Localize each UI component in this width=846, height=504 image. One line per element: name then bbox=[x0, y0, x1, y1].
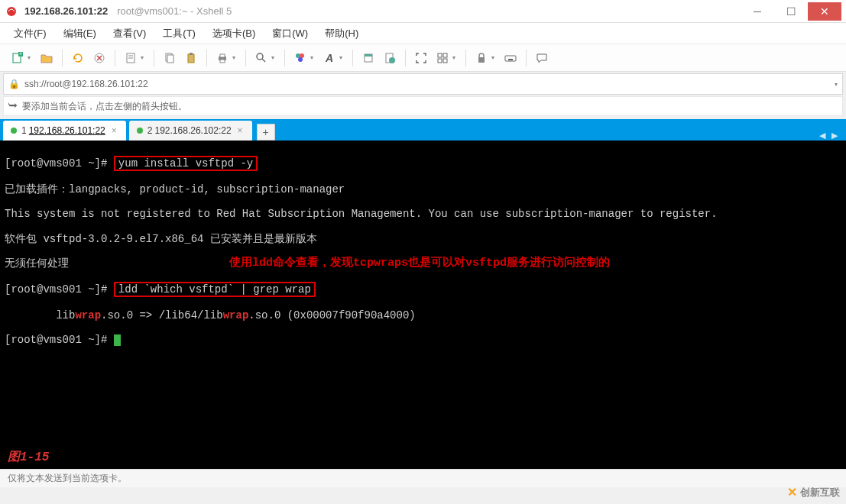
paste-icon[interactable] bbox=[181, 48, 201, 68]
menu-edit[interactable]: 编辑(E) bbox=[60, 25, 99, 42]
terminal[interactable]: [root@vms001 ~]# yum install vsftpd -y 已… bbox=[0, 141, 846, 469]
add-tab-button[interactable]: + bbox=[257, 124, 275, 141]
help-chat-icon[interactable] bbox=[532, 48, 552, 68]
new-session-icon[interactable]: + bbox=[8, 48, 28, 68]
separator bbox=[206, 50, 207, 66]
tab-close-icon[interactable]: × bbox=[238, 125, 243, 136]
find-icon[interactable] bbox=[251, 48, 271, 68]
separator bbox=[465, 50, 466, 66]
svg-rect-28 bbox=[478, 57, 485, 63]
tip-text: 要添加当前会话，点击左侧的箭头按钮。 bbox=[22, 100, 187, 113]
copy-icon[interactable] bbox=[160, 48, 180, 68]
terminal-line: libwrap.so.0 => /lib64/libwrap.so.0 (0x0… bbox=[5, 309, 841, 321]
arrow-icon[interactable]: ⮩ bbox=[8, 101, 18, 111]
fullscreen-icon[interactable] bbox=[411, 48, 431, 68]
dropdown-icon[interactable]: ▾ bbox=[271, 54, 279, 61]
menu-tools[interactable]: 工具(T) bbox=[160, 25, 199, 42]
status-text: 仅将文本发送到当前选项卡。 bbox=[8, 472, 127, 485]
dropdown-icon[interactable]: ▾ bbox=[835, 81, 838, 88]
color-icon[interactable] bbox=[290, 48, 310, 68]
tile-icon[interactable] bbox=[433, 48, 452, 68]
terminal-line: [root@vms001 ~]# ldd `which vsftpd` | gr… bbox=[5, 282, 841, 297]
session-tab-2[interactable]: 2 192.168.26.102:22 × bbox=[129, 121, 252, 141]
lock-small-icon: 🔒 bbox=[8, 79, 20, 89]
reconnect-icon[interactable] bbox=[68, 48, 88, 68]
tab-number: 2 bbox=[147, 125, 153, 136]
svg-rect-24 bbox=[438, 53, 442, 57]
maximize-button[interactable]: ☐ bbox=[774, 2, 808, 21]
properties-icon[interactable] bbox=[121, 48, 141, 68]
svg-rect-26 bbox=[438, 59, 442, 63]
tab-bar: 1 192.168.26.101:22 × 2 192.168.26.102:2… bbox=[0, 119, 846, 141]
menu-file[interactable]: 文件(F) bbox=[11, 25, 50, 42]
tab-label: 192.168.26.102:22 bbox=[155, 125, 232, 136]
svg-rect-11 bbox=[190, 53, 193, 55]
tab-close-icon[interactable]: × bbox=[112, 125, 117, 136]
match-highlight: wrap bbox=[75, 309, 101, 321]
lock-icon[interactable] bbox=[472, 48, 491, 68]
prompt: [root@vms001 ~]# bbox=[5, 283, 114, 296]
svg-line-16 bbox=[262, 59, 265, 62]
terminal-line: [root@vms001 ~]# yum install vsftpd -y bbox=[5, 156, 841, 171]
terminal-line: [root@vms001 ~]# bbox=[5, 334, 841, 346]
status-dot-icon bbox=[11, 128, 17, 134]
menubar: 文件(F) 编辑(E) 查看(V) 工具(T) 选项卡(B) 窗口(W) 帮助(… bbox=[0, 23, 846, 44]
svg-point-23 bbox=[389, 57, 395, 63]
tab-prev-icon[interactable]: ◀ bbox=[817, 131, 828, 141]
keyboard-icon[interactable] bbox=[501, 48, 520, 68]
svg-rect-25 bbox=[443, 53, 447, 57]
menu-window[interactable]: 窗口(W) bbox=[269, 25, 311, 42]
separator bbox=[284, 50, 285, 66]
open-folder-icon[interactable] bbox=[37, 48, 57, 68]
svg-point-19 bbox=[298, 57, 303, 62]
close-button[interactable]: ✕ bbox=[808, 2, 841, 21]
cursor bbox=[114, 334, 121, 346]
menu-help[interactable]: 帮助(H) bbox=[322, 25, 361, 42]
dropdown-icon[interactable]: ▾ bbox=[310, 54, 318, 61]
dropdown-icon[interactable]: ▾ bbox=[452, 54, 460, 61]
dropdown-icon[interactable]: ▾ bbox=[141, 54, 148, 61]
script-icon[interactable] bbox=[358, 48, 378, 68]
font-icon[interactable]: A bbox=[319, 48, 339, 68]
svg-text:+: + bbox=[19, 52, 22, 57]
tab-number: 1 bbox=[21, 125, 27, 136]
dropdown-icon[interactable]: ▾ bbox=[232, 54, 240, 61]
menu-tabs[interactable]: 选项卡(B) bbox=[209, 25, 258, 42]
toolbar: + ▾ ▾ ▾ ▾ ▾ A ▾ ▾ ▾ bbox=[0, 44, 846, 72]
tab-next-icon[interactable]: ▶ bbox=[829, 131, 840, 141]
prompt: [root@vms001 ~]# bbox=[5, 157, 114, 170]
dropdown-icon[interactable]: ▾ bbox=[28, 54, 35, 61]
dropdown-icon[interactable]: ▾ bbox=[491, 54, 499, 61]
svg-rect-21 bbox=[365, 54, 372, 57]
highlighted-command: yum install vsftpd -y bbox=[114, 156, 258, 171]
svg-rect-9 bbox=[167, 55, 173, 63]
tip-bar: ⮩ 要添加当前会话，点击左侧的箭头按钮。 bbox=[3, 96, 843, 116]
title-ip: 192.168.26.101:22 bbox=[24, 5, 108, 17]
svg-rect-13 bbox=[220, 54, 225, 57]
prompt: [root@vms001 ~]# bbox=[5, 334, 114, 346]
title-subtext: root@vms001:~ - Xshell 5 bbox=[117, 5, 232, 17]
menu-view[interactable]: 查看(V) bbox=[110, 25, 149, 42]
disconnect-icon[interactable] bbox=[89, 48, 109, 68]
session-tab-1[interactable]: 1 192.168.26.101:22 × bbox=[3, 121, 126, 141]
address-text: ssh://root@192.168.26.101:22 bbox=[24, 79, 148, 89]
svg-rect-14 bbox=[220, 60, 225, 63]
separator bbox=[62, 50, 63, 66]
minimize-button[interactable]: ─ bbox=[741, 2, 774, 21]
log-icon[interactable] bbox=[380, 48, 400, 68]
dropdown-icon[interactable]: ▾ bbox=[339, 54, 347, 61]
separator bbox=[245, 50, 246, 66]
watermark-icon: ✕ bbox=[787, 485, 797, 499]
address-bar[interactable]: 🔒 ssh://root@192.168.26.101:22 ▾ bbox=[3, 73, 843, 95]
separator bbox=[115, 50, 115, 66]
app-icon bbox=[5, 5, 18, 18]
match-highlight: wrap bbox=[223, 309, 249, 321]
terminal-line: This system is not registered to Red Hat… bbox=[5, 208, 841, 220]
tab-label: 192.168.26.101:22 bbox=[29, 125, 105, 136]
separator bbox=[526, 50, 527, 66]
status-dot-icon bbox=[137, 128, 143, 134]
svg-rect-27 bbox=[443, 59, 447, 63]
terminal-line: 已加载插件：langpacks, product-id, subscriptio… bbox=[5, 183, 841, 195]
svg-point-15 bbox=[257, 53, 263, 60]
print-icon[interactable] bbox=[212, 48, 232, 68]
